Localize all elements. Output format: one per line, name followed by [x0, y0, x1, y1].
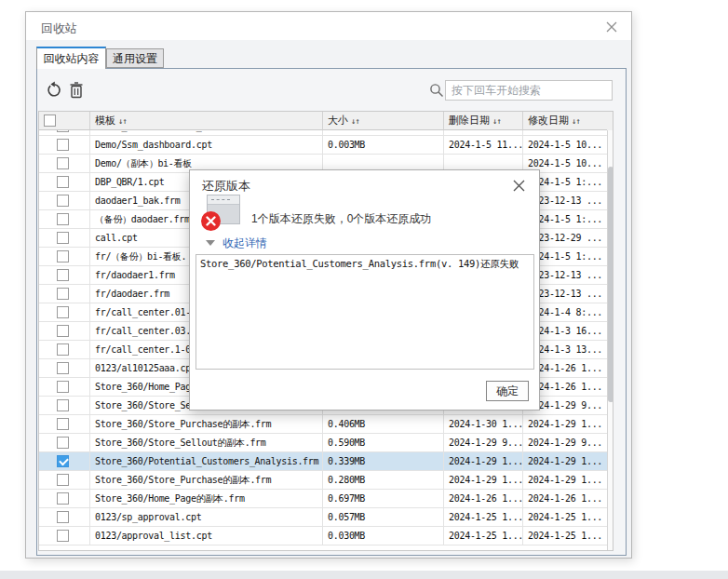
tab-general-settings[interactable]: 通用设置	[106, 48, 164, 68]
row-checkbox-cell	[39, 210, 90, 229]
row-checkbox[interactable]	[57, 511, 69, 523]
search-input[interactable]	[445, 80, 613, 101]
row-checkbox-cell	[39, 415, 90, 434]
page: 回收站 回收站内容 通用设置	[0, 0, 728, 579]
sort-icon[interactable]: ↓↑	[351, 116, 359, 126]
modal-close-icon[interactable]	[512, 179, 527, 194]
close-icon[interactable]	[605, 20, 622, 37]
select-all-checkbox[interactable]	[44, 114, 56, 127]
column-header-template[interactable]: 模板↓↑	[90, 112, 323, 130]
scrollbar-thumb[interactable]	[608, 167, 613, 402]
template-name-cell: 0123/approval_list.cpt	[90, 527, 323, 545]
failure-detail-box: Store_360/Potential_Customers_Analysis.f…	[195, 254, 534, 370]
deleted-date-cell: 2024-1-25 1...	[444, 527, 523, 545]
table-header: 模板↓↑大小↓↑删除日期↓↑修改日期↓↑	[39, 112, 613, 130]
size-cell: 0.339MB	[323, 452, 444, 471]
template-name-cell: Demo/Ssm_dashboard.cpt	[90, 136, 323, 155]
row-checkbox[interactable]	[57, 325, 69, 337]
row-checkbox[interactable]	[57, 492, 69, 505]
size-cell: 0.406MB	[323, 415, 444, 434]
sort-icon[interactable]: ↓↑	[118, 116, 127, 126]
row-checkbox-cell	[39, 359, 90, 378]
row-checkbox[interactable]	[57, 455, 69, 467]
row-checkbox-cell	[39, 452, 90, 471]
row-checkbox[interactable]	[57, 288, 69, 300]
row-checkbox-cell	[39, 490, 90, 508]
row-checkbox-cell	[39, 155, 90, 173]
column-header-size[interactable]: 大小↓↑	[323, 112, 444, 130]
modified-date-cell: 2024-1-29 9...	[523, 434, 607, 452]
row-checkbox[interactable]	[57, 399, 69, 411]
dialog-title: 回收站	[41, 20, 77, 37]
template-name-cell: Store_360/Store_Purchase的副本.frm	[90, 471, 323, 490]
search-icon	[429, 83, 444, 98]
row-checkbox[interactable]	[57, 232, 69, 244]
row-checkbox-cell	[39, 248, 90, 266]
row-checkbox[interactable]	[57, 437, 69, 449]
row-checkbox[interactable]	[57, 530, 69, 542]
sort-icon[interactable]: ↓↑	[492, 116, 501, 126]
trash-icon[interactable]	[67, 81, 86, 100]
column-label: 模板	[95, 114, 115, 127]
restore-result-message: 1个版本还原失败，0个版本还原成功	[251, 211, 431, 227]
row-checkbox-cell	[39, 229, 90, 248]
row-checkbox-cell	[39, 471, 90, 490]
row-checkbox-cell	[39, 527, 90, 545]
table-row[interactable]: Store_360/Store_Purchase的副本.frm0.406MB20…	[39, 415, 607, 434]
table-row[interactable]: Demo/Ssm_dashboard.cpt0.003MB2024-1-5 11…	[39, 136, 607, 155]
template-name-cell: Store_360/Store_Purchase的副本.frm	[90, 415, 323, 434]
row-checkbox-cell	[39, 285, 90, 303]
deleted-date-cell: 2024-1-26 1...	[444, 490, 523, 508]
size-cell: 0.697MB	[323, 490, 444, 508]
row-checkbox[interactable]	[57, 418, 69, 430]
size-cell: 0.030MB	[323, 527, 444, 545]
row-checkbox[interactable]	[57, 343, 69, 356]
table-row[interactable]: Store_360/Potential_Customers_Analysis.f…	[39, 452, 607, 471]
modified-date-cell: 2024-1-29 1...	[523, 415, 607, 434]
table-row[interactable]: 0123/sp_approval.cpt0.057MB2024-1-25 1..…	[39, 508, 607, 527]
row-checkbox[interactable]	[57, 306, 69, 318]
table-row[interactable]: Store_360/Home_Page的副本.frm0.697MB2024-1-…	[39, 490, 607, 508]
modified-date-cell: 2024-1-26 1...	[523, 490, 607, 508]
row-checkbox-cell	[39, 434, 90, 452]
deleted-date-cell: 2024-1-29 1...	[444, 471, 523, 490]
restore-icon[interactable]	[45, 81, 63, 100]
row-checkbox-cell	[39, 192, 90, 210]
row-checkbox[interactable]	[57, 474, 69, 486]
modal-title: 还原版本	[202, 178, 250, 195]
error-icon	[201, 211, 221, 231]
row-checkbox[interactable]	[57, 139, 69, 151]
row-checkbox-cell	[39, 378, 90, 397]
table-row[interactable]: Store_360/Store_Sellout的副本.frm0.590MB202…	[39, 434, 607, 452]
deleted-date-cell: 2024-1-29 1...	[444, 452, 523, 471]
size-cell: 0.280MB	[323, 471, 444, 490]
row-checkbox[interactable]	[57, 381, 69, 393]
size-cell: 0.590MB	[323, 434, 444, 452]
modified-date-cell: 2024-1-25 1...	[523, 527, 607, 545]
row-checkbox-cell	[39, 303, 90, 322]
sort-icon[interactable]: ↓↑	[572, 116, 580, 126]
template-name-cell: Store_360/Store_Sellout的副本.frm	[90, 434, 323, 452]
deleted-date-cell: 2024-1-25 1...	[444, 508, 523, 527]
row-checkbox[interactable]	[57, 176, 69, 188]
size-cell: 0.057MB	[323, 508, 444, 527]
template-name-cell: Store_360/Home_Page的副本.frm	[90, 490, 323, 508]
deleted-date-cell: 2024-1-29 9...	[444, 434, 523, 452]
column-header-modified[interactable]: 修改日期↓↑	[523, 112, 607, 130]
column-header-deleted[interactable]: 删除日期↓↑	[444, 112, 523, 130]
row-checkbox-cell	[39, 397, 90, 415]
table-row[interactable]: 0123/approval_list.cpt0.030MB2024-1-25 1…	[39, 527, 607, 545]
modified-date-cell: 2024-1-25 1...	[523, 508, 607, 527]
tab-recycle-content[interactable]: 回收站内容	[36, 47, 106, 69]
ok-button[interactable]: 确定	[486, 381, 529, 401]
row-checkbox[interactable]	[57, 157, 69, 169]
row-checkbox[interactable]	[57, 362, 69, 374]
triangle-down-icon	[206, 240, 215, 246]
row-checkbox[interactable]	[57, 269, 69, 281]
row-checkbox[interactable]	[57, 213, 69, 225]
table-row[interactable]: Store_360/Store_Purchase的副本.frm0.280MB20…	[39, 471, 607, 490]
deleted-date-cell: 2024-1-30 1...	[444, 415, 523, 434]
row-checkbox-cell	[39, 266, 90, 285]
row-checkbox[interactable]	[57, 250, 69, 263]
row-checkbox[interactable]	[57, 195, 69, 207]
